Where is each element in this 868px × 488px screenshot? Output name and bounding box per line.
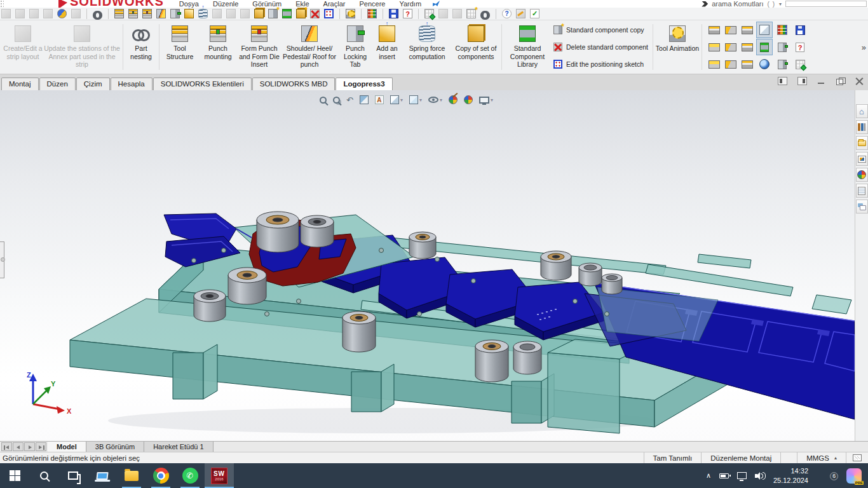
menu-araclar[interactable]: Araçlar (323, 0, 346, 8)
ribbon-delete-standard-component[interactable]: Delete standard component (553, 43, 648, 51)
part-nesting-icon[interactable] (93, 9, 102, 18)
ribbon-tool-structure[interactable]: Tool Structure (161, 22, 198, 72)
battery-icon[interactable] (719, 473, 729, 478)
die-questions-doc-button[interactable] (792, 39, 808, 55)
view-orientation-icon[interactable]: ▾ (390, 95, 403, 104)
interference-table-icon[interactable] (424, 9, 434, 18)
tool-structure-icon[interactable] (114, 9, 124, 18)
tab-solidworks-eklentileri[interactable]: SOLIDWORKS Eklentileri (153, 78, 252, 90)
previous-view-icon[interactable]: ↶ (346, 96, 353, 104)
menu-duzenle[interactable]: Düzenle (213, 0, 238, 8)
view-orientation-cube-button[interactable] (756, 22, 773, 38)
ribbon-copy-of-set[interactable]: Copy of set of components (452, 22, 499, 72)
close-icon[interactable] (855, 78, 864, 85)
linear-component-pattern-icon[interactable] (29, 9, 39, 18)
ribbon-edit-positioning-sketch[interactable]: Edit the positioning sketch (553, 60, 648, 69)
taskbar-search-button[interactable] (29, 463, 58, 488)
ribbon-standard-component-library[interactable]: Standard Component Library (504, 22, 551, 72)
ribbon-punch-mounting[interactable]: Punch mounting (198, 22, 238, 72)
standard-component-move-icon[interactable] (296, 9, 306, 18)
tab-logopress3[interactable]: Logopress3 (336, 78, 392, 90)
shoulder-heel-pedestal-icon[interactable] (156, 9, 166, 18)
minimize-icon[interactable] (817, 78, 826, 85)
search-input[interactable] (785, 1, 867, 7)
copilot-icon[interactable]: PRE (846, 468, 862, 484)
design-library-icon[interactable] (856, 120, 868, 134)
file-explorer-icon[interactable] (856, 136, 868, 150)
start-button[interactable] (0, 463, 29, 488)
measure-tool-button[interactable] (740, 56, 755, 72)
tab-hareket-etudu[interactable]: Hareket Etüdü 1 (144, 442, 214, 452)
ribbon-shoulder-heel-pedestal[interactable]: Shoulder/ Heel/ Pedestal/ Roof for punch (281, 22, 338, 72)
strip-layout-icon[interactable] (212, 9, 222, 18)
tab-3d-gorunum[interactable]: 3B Görünüm (86, 442, 144, 452)
speaker-icon[interactable] (755, 472, 765, 480)
show-die-closed-button[interactable] (707, 56, 722, 72)
ribbon-part-nesting[interactable]: Part nesting (125, 22, 157, 72)
expand-pane-right-icon[interactable] (797, 77, 807, 85)
3d-model[interactable]: Z X Y (0, 90, 855, 441)
forum-icon[interactable] (856, 200, 868, 214)
tag-cell[interactable] (846, 452, 868, 463)
annotation-visibility-icon[interactable]: A (375, 95, 384, 104)
table-update-icon[interactable] (466, 9, 476, 18)
last-tab-button[interactable] (36, 442, 46, 451)
file-explorer-button[interactable] (117, 463, 146, 488)
ribbon-update-annex-stations[interactable]: Update the stations of the Annex part us… (43, 22, 121, 72)
menu-yardim[interactable]: Yardım (399, 0, 421, 8)
bom-table-icon[interactable] (438, 9, 448, 18)
search-caret-icon[interactable]: ▾ (779, 1, 782, 7)
ribbon-punch-locking-tab[interactable]: Punch Locking Tab (338, 22, 372, 72)
annex-update-icon[interactable] (226, 9, 236, 18)
home-icon[interactable]: ⌂ (856, 104, 868, 118)
ribbon-standard-component-copy[interactable]: Standard component copy (553, 25, 648, 34)
edit-positioning-sketch-icon[interactable] (324, 9, 334, 18)
whatsapp-button[interactable]: ✆ (175, 463, 205, 488)
strip-colors-icon[interactable] (367, 9, 377, 18)
standard-punch-button[interactable] (774, 39, 790, 55)
save-tool-data-button[interactable] (792, 22, 808, 38)
delete-standard-component-icon[interactable] (310, 9, 320, 18)
standard-component-copy-icon[interactable] (268, 9, 278, 18)
search-label[interactable]: arama Komutları (712, 0, 763, 8)
link-components-icon[interactable] (480, 9, 490, 18)
solidworks-taskbar-button[interactable]: SW 2016 (205, 463, 234, 488)
show-both-dies-button[interactable] (740, 22, 755, 38)
tab-montaj[interactable]: Montaj (1, 78, 39, 90)
punch-locking-tab-icon[interactable] (170, 9, 180, 18)
chrome-button[interactable] (146, 463, 175, 488)
action-center-button[interactable]: 6 (817, 469, 838, 483)
section-view-icon[interactable] (360, 95, 369, 104)
show-strip-down-button[interactable] (723, 39, 738, 55)
standard-component-library-icon[interactable] (282, 9, 292, 18)
edit-appearance-icon[interactable] (449, 95, 458, 104)
next-tab-button[interactable] (24, 442, 35, 451)
remote-desktop-button[interactable] (88, 463, 117, 488)
copy-of-set-icon[interactable] (254, 9, 264, 18)
graphics-viewport[interactable]: Z X Y ↶ A ▾ ▾ ▾ ▾ ⌂ (0, 90, 868, 441)
insert-component-icon[interactable] (1, 9, 11, 18)
whats-new-icon[interactable] (530, 9, 539, 18)
prev-tab-button[interactable] (13, 442, 24, 451)
taskbar-clock[interactable]: 14:32 25.12.2024 (773, 466, 808, 485)
punch-mounting-icon[interactable] (128, 9, 138, 18)
hide-show-items-icon[interactable]: ▾ (428, 97, 442, 103)
tool-tables-button[interactable] (792, 56, 808, 72)
collapse-pane-left-icon[interactable] (778, 77, 787, 85)
tray-expand-icon[interactable]: ∧ (706, 471, 711, 480)
move-component-icon[interactable] (71, 9, 81, 18)
rollback-world-button[interactable] (756, 56, 773, 72)
copy-tool-icon[interactable] (240, 9, 250, 18)
ribbon-overflow-button[interactable]: » (862, 43, 866, 52)
view-settings-icon[interactable]: ▾ (479, 97, 493, 104)
strip-colors-button[interactable] (774, 22, 790, 38)
view-palette-icon[interactable] (856, 152, 868, 166)
add-insert-icon[interactable] (184, 9, 194, 18)
first-tab-button[interactable] (1, 442, 12, 451)
restore-icon[interactable] (836, 78, 845, 85)
tab-duzen[interactable]: Düzen (39, 78, 76, 90)
ribbon-add-insert[interactable]: Add an insert (372, 22, 402, 72)
save-tool-icon[interactable] (389, 9, 398, 18)
menu-pencere[interactable]: Pencere (359, 0, 385, 8)
design-binder-icon[interactable] (452, 9, 462, 18)
